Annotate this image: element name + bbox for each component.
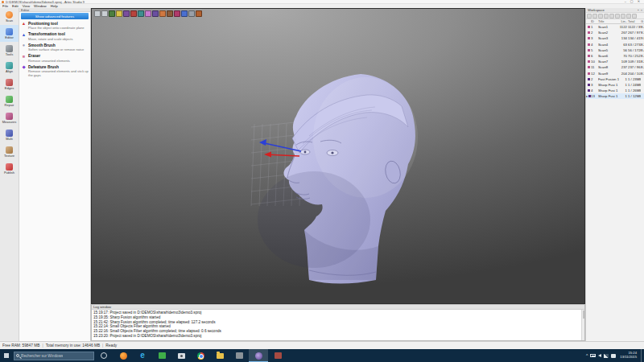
chrome-button[interactable] bbox=[191, 349, 210, 362]
tool-transformation[interactable]: Transformation tool Move, rotate and sca… bbox=[21, 32, 89, 42]
editor-panel: Editor Show advanced features Positionin… bbox=[19, 8, 91, 341]
log-scrollbar[interactable] bbox=[581, 310, 584, 340]
head-mesh bbox=[258, 74, 418, 284]
table-row[interactable]: 12 Scan9 204 204 / 107 8.3 bbox=[586, 71, 644, 76]
table-row[interactable]: 3 Scan3 134 134 / 415 9.8 bbox=[586, 35, 644, 41]
show-hide-icon[interactable] bbox=[609, 14, 614, 19]
chevron-up-icon[interactable]: ^ bbox=[586, 354, 588, 358]
menu-file[interactable]: File bbox=[2, 4, 8, 8]
rectangle-selection-icon[interactable] bbox=[130, 10, 137, 17]
table-row[interactable]: 6 Scan6 70 70 / 2521 8.2 bbox=[586, 53, 644, 59]
sidebar-item-edges[interactable]: Edges bbox=[0, 76, 19, 93]
texture-toggle-icon[interactable] bbox=[159, 10, 166, 17]
group-icon[interactable] bbox=[621, 14, 625, 19]
stereo-mode-icon[interactable] bbox=[188, 10, 195, 17]
battery-icon[interactable] bbox=[590, 354, 596, 357]
minimize-button[interactable]: – bbox=[625, 0, 626, 3]
rotate-view-icon[interactable] bbox=[138, 10, 144, 17]
table-row[interactable]: 5 Scan5 56 56 / 1720 8.4 bbox=[586, 47, 644, 53]
tool-positioning[interactable]: Positioning tool Place the object onto c… bbox=[21, 21, 89, 31]
show-desktop-button[interactable] bbox=[641, 349, 643, 362]
sidebar-item-multi[interactable]: Multi bbox=[0, 126, 19, 143]
more-icon[interactable] bbox=[632, 14, 637, 19]
table-row[interactable]: 4 Sharp Fusi 1 1 1 / 26MB bbox=[586, 88, 644, 93]
panel-close-icon[interactable]: × bbox=[641, 9, 642, 12]
home-view-icon[interactable] bbox=[109, 10, 115, 17]
taskbar-clock[interactable]: 15:24 13/11/2015 bbox=[620, 352, 637, 360]
artec-studio-taskbar-button[interactable] bbox=[249, 349, 268, 362]
network-icon[interactable] bbox=[604, 354, 609, 358]
lasso-selection-icon[interactable] bbox=[123, 10, 130, 17]
clock-date: 13/11/2015 bbox=[620, 356, 637, 360]
tool-defeature-brush[interactable]: Defeature Brush Remove unwanted elements… bbox=[21, 64, 89, 77]
move-up-icon[interactable] bbox=[598, 14, 603, 19]
shading-mode-icon[interactable] bbox=[167, 10, 173, 17]
screenshot-icon[interactable] bbox=[196, 10, 202, 17]
select-icon[interactable] bbox=[94, 10, 101, 17]
table-row[interactable]: 11 Scan8 237 237 / 96 8.2 bbox=[586, 64, 644, 70]
log-window: Log window 15:19:17: Project saved in D:… bbox=[91, 304, 585, 341]
menu-edit[interactable]: Edit bbox=[12, 4, 19, 8]
table-row[interactable]: 2 Fast Fusion 1 1 1 / 23MB bbox=[586, 76, 644, 82]
table-row[interactable]: 4 Scan4 63 63 / 2732 8.2 bbox=[586, 42, 644, 47]
taskbar-search[interactable]: Rechercher sur Windows bbox=[14, 352, 94, 360]
zoom-window-icon[interactable] bbox=[101, 10, 108, 17]
scan-marker-icon bbox=[588, 26, 590, 28]
sidebar-item-publish[interactable]: Publish bbox=[0, 160, 19, 177]
gray-app-button[interactable] bbox=[229, 349, 249, 362]
tool-smooth-brush[interactable]: Smooth Brush Soften surface shape or rem… bbox=[21, 43, 89, 52]
cortana-button[interactable] bbox=[94, 349, 114, 362]
sidebar-item-texture[interactable]: Texture bbox=[0, 143, 19, 160]
wireframe-icon[interactable] bbox=[174, 10, 180, 17]
menu-help[interactable]: Help bbox=[51, 4, 58, 8]
scan-marker-icon bbox=[588, 60, 590, 63]
windows-taskbar: Rechercher sur Windows ^ 15:24 13/11/201… bbox=[0, 349, 644, 362]
edge-button[interactable] bbox=[133, 349, 152, 362]
system-tray: ^ 15:24 13/11/2015 bbox=[586, 349, 644, 362]
move-light-icon[interactable] bbox=[152, 10, 159, 17]
firefox-button[interactable] bbox=[114, 349, 133, 362]
sidebar-item-repair[interactable]: Repair bbox=[0, 93, 19, 109]
tool-eraser[interactable]: Eraser Remove unwanted elements bbox=[21, 54, 89, 64]
viewport-3d[interactable] bbox=[91, 8, 585, 304]
snipping-button[interactable] bbox=[152, 349, 171, 362]
sidebar-item-tools[interactable]: Tools bbox=[0, 42, 19, 59]
volume-icon[interactable] bbox=[598, 354, 601, 357]
action-center-icon[interactable] bbox=[611, 354, 616, 358]
delete-icon[interactable] bbox=[592, 14, 597, 19]
fit-view-icon[interactable] bbox=[116, 10, 122, 17]
firefox-icon bbox=[120, 352, 127, 360]
search-icon bbox=[16, 354, 19, 357]
grid-toggle-icon[interactable] bbox=[181, 10, 188, 17]
pan-view-icon[interactable] bbox=[145, 10, 151, 17]
move-down-icon[interactable] bbox=[604, 14, 609, 19]
maximize-button[interactable]: ▢ bbox=[630, 0, 634, 3]
filter-icon[interactable] bbox=[626, 14, 631, 19]
publish-icon bbox=[6, 163, 13, 171]
close-button[interactable]: ✕ bbox=[638, 0, 640, 3]
panel-pin-icon[interactable]: ▪ bbox=[638, 9, 638, 12]
title-bar: D:\DEMOS\sharah\demo3\demo3.sproj - Arte… bbox=[0, 0, 644, 4]
sidebar-item-scan[interactable]: Scan bbox=[0, 8, 19, 25]
search-placeholder-text: Rechercher sur Windows bbox=[21, 354, 63, 358]
new-icon[interactable] bbox=[587, 14, 592, 19]
table-row[interactable]: 2 Scan2 267 267 / 97 8.3 bbox=[586, 30, 644, 35]
sidebar-item-align[interactable]: Align bbox=[0, 59, 19, 76]
table-row[interactable]: 3 Sharp Fusi 1 1 1 / 24MB bbox=[586, 82, 644, 88]
positioning-tool-icon bbox=[21, 21, 27, 27]
eraser-icon bbox=[21, 54, 27, 60]
menu-window[interactable]: Window bbox=[34, 4, 47, 8]
properties-icon[interactable] bbox=[615, 14, 620, 19]
log-scrollbar-thumb[interactable] bbox=[583, 311, 585, 319]
red-app-button[interactable] bbox=[268, 349, 287, 362]
sidebar-item-measures[interactable]: Measures bbox=[0, 109, 19, 126]
table-row[interactable]: 1 Scan1 1122 1122 / 392 8.2 bbox=[586, 24, 644, 30]
start-button[interactable] bbox=[0, 349, 13, 362]
show-advanced-button[interactable]: Show advanced features bbox=[21, 13, 89, 19]
menu-view[interactable]: View bbox=[23, 4, 30, 8]
sidebar-item-editor[interactable]: Editor bbox=[0, 25, 19, 42]
table-row-selected[interactable]: ▸ 13 Sharp Fusi 1 1 1 / 12MB bbox=[586, 93, 644, 99]
table-row[interactable]: 10 Scan7 109 109 / 318 8.2 bbox=[586, 59, 644, 64]
camera-button[interactable] bbox=[171, 349, 191, 362]
file-explorer-button[interactable] bbox=[210, 349, 229, 362]
